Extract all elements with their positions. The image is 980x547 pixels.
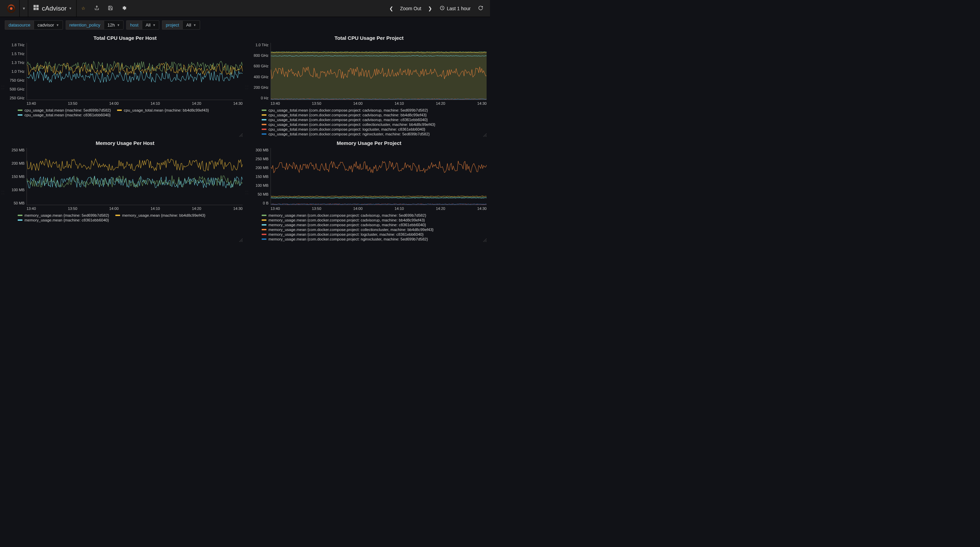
legend-item[interactable]: cpu_usage_total.mean {com.docker.compose…	[262, 108, 428, 112]
template-var-value-text: 12h	[108, 22, 115, 27]
star-button[interactable]: ☆	[76, 0, 90, 17]
legend-label: memory_usage.mean {com.docker.compose.pr…	[269, 237, 428, 241]
app-menu-toggle[interactable]: ▾	[20, 0, 28, 17]
legend-item[interactable]: memory_usage.mean {machine: c8361ebb6040…	[18, 218, 109, 222]
legend-swatch	[115, 215, 120, 216]
x-tick-label: 13:40	[270, 101, 280, 105]
legend-item[interactable]: memory_usage.mean {com.docker.compose.pr…	[262, 227, 434, 232]
template-var-value-dropdown[interactable]: cadvisor ▼	[34, 21, 63, 30]
settings-button[interactable]	[118, 0, 131, 17]
chart-plot-area[interactable]	[270, 148, 487, 205]
x-tick-label: 14:10	[395, 207, 404, 211]
template-var-value-dropdown[interactable]: 12h ▼	[104, 21, 124, 30]
x-tick-label: 14:20	[436, 101, 445, 105]
legend-swatch	[117, 110, 122, 111]
chart-plot-area[interactable]	[270, 43, 487, 100]
y-axis: 1.8 THz1.5 THz1.3 THz1.0 THz750 GHz500 G…	[8, 43, 27, 100]
legend-item[interactable]: memory_usage.mean {machine: 5ed699b7d582…	[18, 213, 109, 217]
share-icon	[94, 5, 99, 11]
zoom-out-button[interactable]: Zoom Out	[398, 6, 423, 11]
x-tick-label: 14:00	[109, 207, 119, 211]
legend-item[interactable]: cpu_usage_total.mean {machine: bb4d8c99e…	[117, 108, 209, 112]
legend-item[interactable]: memory_usage.mean {machine: bb4d8c99ef43…	[115, 213, 205, 217]
legend-swatch	[262, 229, 266, 230]
save-button[interactable]	[104, 0, 118, 17]
legend-swatch	[262, 224, 266, 226]
legend-swatch	[18, 215, 22, 216]
legend-item[interactable]: cpu_usage_total.mean {com.docker.compose…	[262, 127, 425, 131]
y-tick-label: 800 GHz	[251, 53, 269, 57]
x-tick-label: 14:30	[233, 207, 243, 211]
template-var-label: retention_policy	[66, 21, 104, 30]
legend-item[interactable]: cpu_usage_total.mean {com.docker.compose…	[262, 132, 430, 136]
panel-title[interactable]: Total CPU Usage Per Project	[251, 34, 487, 43]
chart-plot-area[interactable]	[27, 148, 243, 205]
legend-item[interactable]: cpu_usage_total.mean {com.docker.compose…	[262, 122, 435, 127]
time-range-button[interactable]: Last 1 hour	[437, 5, 473, 11]
legend-swatch	[262, 234, 266, 235]
legend-item[interactable]: cpu_usage_total.mean {machine: 5ed699b7d…	[18, 108, 111, 112]
row-drag-handle[interactable]: ⋮⋮	[245, 84, 249, 87]
legend-swatch	[262, 124, 266, 125]
dashboard-picker[interactable]: cAdvisor ▾	[28, 0, 76, 17]
svg-rect-4	[34, 8, 36, 10]
y-tick-label: 500 GHz	[8, 87, 24, 91]
y-tick-label: 750 GHz	[8, 78, 24, 82]
time-back-button[interactable]: ❮	[388, 6, 395, 11]
panel: ⋮⋮ Memory Usage Per Project 300 MB250 MB…	[246, 138, 488, 243]
dashboard-title: cAdvisor	[42, 5, 67, 12]
legend-swatch	[262, 114, 266, 116]
y-tick-label: 1.0 THz	[251, 43, 269, 47]
x-tick-label: 14:30	[233, 101, 243, 105]
y-tick-label: 1.0 THz	[8, 69, 24, 73]
x-tick-label: 13:40	[270, 207, 280, 211]
time-forward-button[interactable]: ❯	[427, 6, 434, 11]
x-tick-label: 13:50	[68, 207, 77, 211]
svg-rect-8	[271, 52, 487, 100]
row-drag-handle[interactable]: ⋮⋮	[245, 189, 249, 192]
y-tick-label: 0 Hz	[251, 96, 269, 100]
template-var-value-dropdown[interactable]: All ▼	[182, 21, 200, 30]
y-tick-label: 50 MB	[251, 192, 269, 196]
y-axis: 300 MB250 MB200 MB150 MB100 MB50 MB0 B	[251, 148, 270, 205]
chart-plot-area[interactable]	[27, 43, 243, 100]
panel-resize-handle[interactable]	[483, 239, 487, 243]
x-tick-label: 14:10	[150, 101, 160, 105]
template-var-retention_policy: retention_policy 12h ▼	[66, 21, 124, 30]
legend-item[interactable]: memory_usage.mean {com.docker.compose.pr…	[262, 223, 426, 227]
legend-item[interactable]: cpu_usage_total.mean {com.docker.compose…	[262, 118, 428, 122]
svg-rect-5	[37, 8, 39, 10]
refresh-button[interactable]	[477, 5, 485, 11]
panel-resize-handle[interactable]	[239, 239, 243, 243]
legend-item[interactable]: memory_usage.mean {com.docker.compose.pr…	[262, 218, 425, 222]
panel-title[interactable]: Memory Usage Per Host	[8, 139, 243, 148]
star-icon: ☆	[81, 6, 86, 11]
template-var-host: host All ▼	[126, 21, 159, 30]
chevron-down-icon: ▼	[193, 24, 196, 27]
x-tick-label: 14:10	[395, 101, 404, 105]
template-var-label: host	[126, 21, 142, 30]
share-button[interactable]	[90, 0, 104, 17]
panel-resize-handle[interactable]	[239, 134, 243, 137]
legend-swatch	[262, 119, 266, 121]
x-tick-label: 13:40	[27, 101, 36, 105]
time-range-label: Last 1 hour	[447, 6, 471, 11]
legend-item[interactable]: cpu_usage_total.mean {machine: c8361ebb6…	[18, 113, 111, 117]
panel-title[interactable]: Memory Usage Per Project	[251, 139, 487, 148]
template-var-project: project All ▼	[162, 21, 200, 30]
panel-title[interactable]: Total CPU Usage Per Host	[8, 34, 243, 43]
x-tick-label: 14:00	[109, 101, 119, 105]
legend-swatch	[262, 110, 266, 111]
y-tick-label: 200 MB	[8, 161, 24, 165]
legend-item[interactable]: memory_usage.mean {com.docker.compose.pr…	[262, 237, 428, 241]
grafana-logo[interactable]	[3, 0, 20, 17]
x-axis: 13:4013:5014:0014:1014:2014:30	[251, 100, 487, 106]
legend-item[interactable]: cpu_usage_total.mean {com.docker.compose…	[262, 113, 427, 117]
panel-resize-handle[interactable]	[483, 134, 487, 137]
legend-item[interactable]: memory_usage.mean {com.docker.compose.pr…	[262, 213, 426, 217]
template-var-value-text: All	[146, 22, 150, 27]
template-var-value-dropdown[interactable]: All ▼	[142, 21, 159, 30]
row-drag-handle[interactable]: ⋮⋮	[1, 84, 5, 87]
legend-item[interactable]: memory_usage.mean {com.docker.compose.pr…	[262, 232, 424, 237]
row-drag-handle[interactable]: ⋮⋮	[1, 189, 5, 192]
